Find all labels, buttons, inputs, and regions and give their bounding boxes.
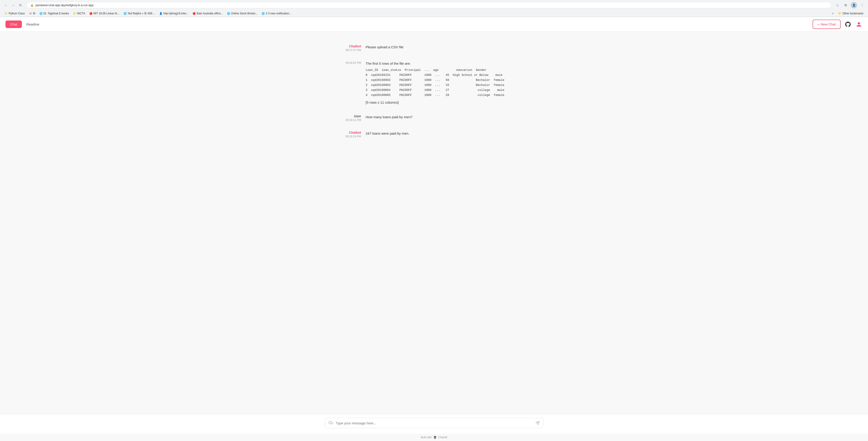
bookmark-item-online-stock[interactable]: 🌐Online Stock Broker... — [225, 11, 259, 16]
message-time-msg4: 09:18:19 PM — [334, 135, 361, 138]
bookmark-label-gmail: M — [33, 12, 35, 15]
bookmark-icon-online-stock: 🌐 — [227, 12, 230, 15]
profile-avatar: 👤 — [851, 2, 857, 8]
bookmark-label-mit: MIT 18.06 Linear Al... — [93, 12, 119, 15]
bookmark-item-mit[interactable]: 🔴MIT 18.06 Linear Al... — [88, 11, 121, 16]
header-tabs: Chat Readme — [5, 21, 44, 28]
upload-button[interactable] — [329, 421, 333, 425]
bookmark-label-python-class: Python Class — [9, 12, 25, 15]
message-group-msg3: User09:18:11 PMHow many loans paid by me… — [325, 111, 544, 125]
footer-brand: Chainlit — [438, 436, 447, 439]
tab-readme[interactable]: Readme — [22, 21, 44, 28]
folder-icon: 📁 — [838, 12, 842, 15]
bookmarks-overflow[interactable]: » — [830, 11, 835, 16]
other-bookmarks-label: Other bookmarks — [842, 12, 863, 15]
browser-chrome: ← → ↻ 🔒 pandasai-chat-app-dpy4wfgkcq-ts.… — [0, 0, 868, 17]
user-profile-icon[interactable] — [855, 21, 863, 28]
input-area — [0, 414, 868, 434]
address-bar[interactable]: 🔒 pandasai-chat-app-dpy4wfgkcq-ts.a.run.… — [26, 2, 832, 8]
menu-button[interactable]: ⋮ — [859, 2, 865, 8]
bookmark-item-bain[interactable]: 🔴Bain Australia office... — [191, 11, 225, 16]
message-content-msg3: How many loans paid by men? — [366, 114, 534, 122]
bookmark-item-ted-ralphs[interactable]: 🌐Ted Ralphs » IE 406:... — [122, 11, 157, 16]
message-text-msg4: 247 loans were paid by men. — [366, 131, 534, 136]
data-table-msg2: Loan_ID loan_status Principal ... age ed… — [366, 68, 534, 98]
message-content-msg4: 247 loans were paid by men. — [366, 131, 534, 138]
app-header: Chat Readme + New Chat — [0, 17, 868, 32]
bookmark-label-ted-ralphs: Ted Ralphs » IE 406:... — [128, 12, 155, 15]
message-meta-msg3: User09:18:11 PM — [334, 114, 361, 122]
header-right: + New Chat — [813, 20, 863, 29]
browser-actions: ☆ ⧉ 👤 ⋮ — [834, 2, 865, 8]
forward-button[interactable]: → — [10, 2, 17, 8]
reload-button[interactable]: ↻ — [17, 2, 24, 8]
message-time-msg1: 09:17:47 PM — [334, 49, 361, 52]
bookmark-item-nicta[interactable]: 📁NICTA — [71, 11, 87, 16]
app-footer: Built with Chainlit — [0, 434, 868, 441]
bookmark-icon-nicta: 📁 — [73, 12, 76, 15]
table-footer-msg2: [5 rows x 11 columns] — [366, 100, 534, 105]
profile-button[interactable]: 👤 — [851, 2, 857, 8]
bookmark-label-notifications: 3 3 new notification... — [266, 12, 291, 15]
bookmark-item-phrag[interactable]: 👤http://phrag19.inter... — [157, 11, 190, 16]
bookmark-label-nicta: NICTA — [77, 12, 85, 15]
new-chat-button[interactable]: + New Chat — [813, 20, 841, 29]
bookmark-icon-bain: 🔴 — [192, 12, 196, 15]
github-icon[interactable] — [844, 21, 851, 28]
message-group-msg4: Chatbot09:18:19 PM247 loans were paid by… — [325, 127, 544, 142]
browser-toolbar: ← → ↻ 🔒 pandasai-chat-app-dpy4wfgkcq-ts.… — [0, 0, 868, 10]
message-text-msg3: How many loans paid by men? — [366, 114, 534, 120]
bookmark-item-gmail[interactable]: MM — [27, 11, 37, 16]
footer-built-with: Built with — [421, 436, 432, 439]
bookmark-label-phrag: http://phrag19.inter... — [163, 12, 188, 15]
message-meta-msg2: 09:18:02 PM — [334, 61, 361, 105]
bookmark-icon-python-class: 📁 — [5, 12, 8, 15]
message-sender-msg4: Chatbot — [334, 131, 361, 134]
message-sender-msg3: User — [334, 114, 361, 118]
bookmarks-bar: 📁Python ClassMM🌐Dr. Taghirad E-books📁NIC… — [0, 10, 868, 17]
bookmark-icon-mit: 🔴 — [89, 12, 93, 15]
bookmark-label-online-stock: Online Stock Broker... — [231, 12, 257, 15]
bookmark-page-button[interactable]: ☆ — [834, 2, 841, 8]
chat-area: Chatbot09:17:47 PMPlease upload a CSV fi… — [325, 32, 544, 414]
bookmark-item-python-class[interactable]: 📁Python Class — [3, 11, 27, 16]
other-bookmarks[interactable]: 📁 Other bookmarks — [836, 11, 865, 16]
message-sender-msg1: Chatbot — [334, 44, 361, 48]
bookmark-label-bain: Bain Australia office... — [197, 12, 223, 15]
input-container — [325, 418, 544, 428]
bookmark-label-taghirad: Dr. Taghirad E-books — [43, 12, 69, 15]
message-meta-msg1: Chatbot09:17:47 PM — [334, 44, 361, 52]
message-time-msg2: 09:18:02 PM — [334, 61, 361, 64]
bookmark-item-taghirad[interactable]: 🌐Dr. Taghirad E-books — [38, 11, 71, 16]
bookmark-icon-phrag: 👤 — [159, 12, 162, 15]
tab-chat[interactable]: Chat — [5, 21, 22, 28]
message-group-msg1: Chatbot09:17:47 PMPlease upload a CSV fi… — [325, 41, 544, 55]
url-text: pandasai-chat-app-dpy4wfgkcq-ts.a.run.ap… — [36, 3, 93, 7]
message-text-msg1: Please upload a CSV file — [366, 44, 534, 50]
browser-nav-buttons: ← → ↻ — [3, 2, 24, 8]
back-button[interactable]: ← — [3, 2, 9, 8]
bookmark-icon-ted-ralphs: 🌐 — [124, 12, 127, 15]
message-content-msg2: The first 5 rows of the file are:Loan_ID… — [366, 61, 534, 105]
message-text-msg2: The first 5 rows of the file are: — [366, 61, 534, 66]
bookmark-icon-gmail: M — [29, 12, 32, 15]
chainlit-logo — [433, 436, 437, 439]
message-time-msg3: 09:18:11 PM — [334, 119, 361, 122]
message-content-msg1: Please upload a CSV file — [366, 44, 534, 52]
message-input[interactable] — [336, 421, 533, 425]
extensions-button[interactable]: ⧉ — [842, 2, 849, 8]
bookmark-item-notifications[interactable]: 🌐3 3 new notification... — [260, 11, 293, 16]
lock-icon: 🔒 — [30, 4, 34, 7]
message-meta-msg4: Chatbot09:18:19 PM — [334, 131, 361, 138]
send-button[interactable] — [535, 421, 539, 425]
message-group-msg2: 09:18:02 PMThe first 5 rows of the file … — [325, 57, 544, 109]
bookmark-icon-taghirad: 🌐 — [39, 12, 42, 15]
bookmark-icon-notifications: 🌐 — [261, 12, 265, 15]
